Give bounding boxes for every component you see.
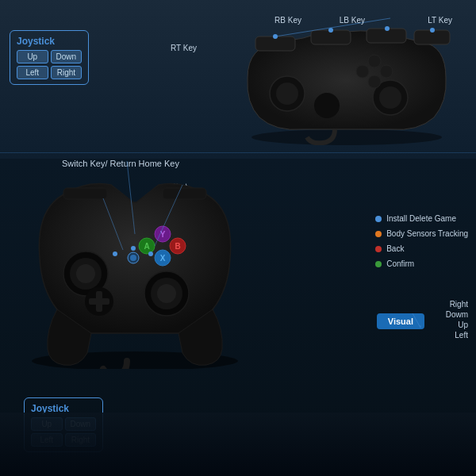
svg-point-9: [314, 93, 340, 118]
rb-key-label: RB Key: [274, 16, 301, 25]
joystick-box-top: Joystick Up Down Left Right: [10, 30, 89, 85]
page: Joystick Up Down Left Right: [0, 0, 476, 476]
svg-point-0: [251, 129, 442, 145]
legend-back-label: Back: [386, 244, 404, 253]
key-down-top: Down: [51, 50, 83, 63]
svg-point-25: [157, 284, 176, 303]
key-up-top: Up: [17, 50, 48, 63]
right-label-dowm: Dowm: [446, 310, 468, 319]
platform-base: [0, 413, 476, 476]
svg-text:X: X: [160, 254, 166, 263]
key-left-top: Left: [17, 66, 48, 79]
svg-point-22: [76, 264, 95, 283]
legend-install-label: Install Delete Game: [386, 214, 456, 223]
svg-text:Y: Y: [160, 230, 166, 239]
right-labels: Right Dowm Up Left: [446, 300, 468, 340]
svg-point-6: [276, 83, 298, 105]
svg-point-40: [130, 255, 136, 261]
dot-green: [375, 261, 382, 267]
svg-point-15: [328, 28, 333, 33]
legend: Install Delete Game Body Sensors Trackin…: [375, 214, 468, 268]
svg-rect-43: [63, 188, 107, 199]
visual-button[interactable]: Visual: [377, 313, 424, 329]
svg-point-13: [368, 55, 381, 67]
svg-point-12: [380, 65, 393, 78]
controller-top-view: [232, 14, 462, 145]
rt-key-label: RT Key: [171, 44, 197, 52]
svg-point-47: [131, 246, 136, 251]
dot-blue: [375, 216, 382, 222]
key-right-top: Right: [51, 66, 83, 79]
svg-point-16: [385, 26, 390, 31]
legend-install: Install Delete Game: [375, 214, 468, 223]
svg-point-46: [148, 251, 153, 256]
lb-key-label: LB Key: [340, 16, 365, 25]
svg-point-8: [379, 86, 401, 109]
joystick-top-keys: Up Down Left Right: [17, 50, 82, 79]
svg-point-45: [113, 251, 117, 256]
legend-body-label: Body Sensors Tracking: [386, 229, 468, 238]
right-label-left: Left: [455, 331, 468, 340]
right-label-right: Right: [450, 300, 468, 309]
svg-rect-44: [163, 188, 206, 199]
svg-rect-28: [89, 298, 109, 305]
svg-text:A: A: [144, 242, 149, 251]
lt-key-label: LT Key: [428, 16, 452, 25]
right-label-up: Up: [458, 321, 468, 329]
svg-point-11: [356, 65, 369, 78]
dot-orange: [375, 231, 382, 237]
controller-main-view: X B A Y: [16, 163, 254, 369]
legend-back: Back: [375, 244, 468, 253]
divider: [0, 152, 476, 153]
svg-point-17: [430, 28, 435, 33]
legend-body: Body Sensors Tracking: [375, 229, 468, 238]
legend-confirm-label: Confirm: [386, 259, 414, 268]
dot-red: [375, 246, 382, 252]
svg-text:B: B: [175, 242, 180, 251]
svg-point-10: [368, 75, 381, 88]
legend-confirm: Confirm: [375, 259, 468, 268]
joystick-top-title: Joystick: [17, 36, 82, 47]
